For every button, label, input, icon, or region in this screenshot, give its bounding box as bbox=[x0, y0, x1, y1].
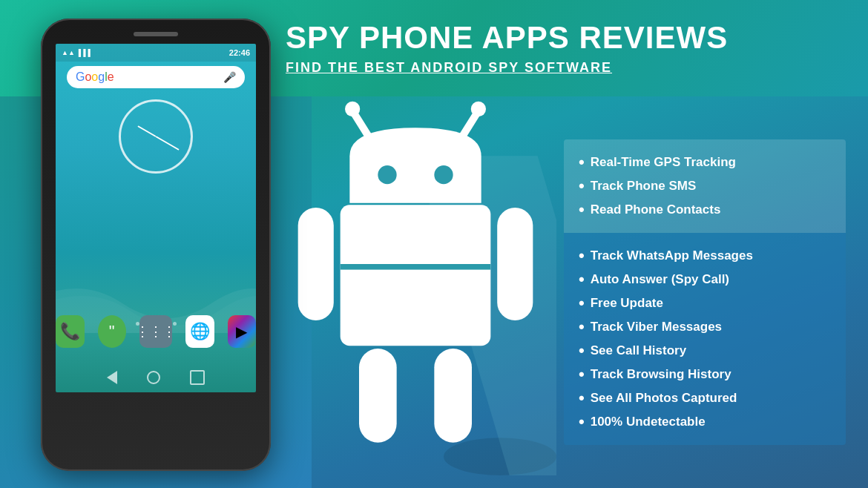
svg-rect-11 bbox=[497, 208, 533, 320]
features-section: • Real-Time GPS Tracking • Track Phone S… bbox=[542, 96, 868, 488]
google-logo: Google bbox=[76, 70, 114, 84]
feature-callhistory-label: See Call History bbox=[591, 343, 686, 358]
status-bar: ▲▲ ▐▐▐ 22:46 bbox=[56, 44, 256, 62]
feature-sms: • Track Phone SMS bbox=[579, 174, 831, 198]
android-robot-svg bbox=[274, 74, 556, 482]
feature-whatsapp: • Track WhatsApp Messages bbox=[579, 244, 831, 268]
status-time: 22:46 bbox=[229, 48, 250, 57]
home-nav-icon bbox=[147, 371, 160, 384]
bullet-whatsapp: • bbox=[579, 248, 585, 264]
svg-rect-12 bbox=[359, 349, 397, 443]
bullet-contacts: • bbox=[579, 202, 585, 218]
svg-rect-10 bbox=[298, 208, 334, 320]
feature-spycall: • Auto Answer (Spy Call) bbox=[579, 268, 831, 291]
bullet-spycall: • bbox=[579, 271, 585, 288]
status-icons: ▲▲ ▐▐▐ bbox=[62, 49, 91, 56]
mic-icon: 🎤 bbox=[223, 71, 236, 83]
phone-section: ▲▲ ▐▐▐ 22:46 Google 🎤 bbox=[15, 7, 297, 482]
bullet-photos: • bbox=[579, 390, 585, 406]
wifi-icon: ▲▲ bbox=[62, 49, 75, 56]
feature-contacts: • Read Phone Contacts bbox=[579, 198, 831, 222]
feature-spycall-label: Auto Answer (Spy Call) bbox=[591, 272, 729, 287]
features-bottom: • Track WhatsApp Messages • Auto Answer … bbox=[564, 233, 846, 445]
svg-rect-13 bbox=[434, 349, 472, 443]
svg-rect-8 bbox=[341, 205, 491, 346]
phone-nav-bar bbox=[56, 370, 256, 385]
recents-nav-icon bbox=[190, 370, 205, 385]
feature-viber: • Track Viber Messages bbox=[579, 315, 831, 339]
clock-widget bbox=[119, 99, 193, 174]
feature-browsing: • Track Browsing History bbox=[579, 363, 831, 386]
feature-update-label: Free Update bbox=[591, 296, 663, 311]
bullet-undetectable: • bbox=[579, 414, 585, 430]
feature-sms-label: Track Phone SMS bbox=[591, 179, 697, 194]
feature-undetectable: • 100% Undetectable bbox=[579, 410, 831, 434]
feature-whatsapp-label: Track WhatsApp Messages bbox=[591, 248, 753, 263]
bullet-sms: • bbox=[579, 178, 585, 194]
messages-app-icon[interactable]: " bbox=[98, 315, 127, 348]
main-title: SPY PHONE APPS REVIEWS bbox=[286, 21, 868, 55]
svg-rect-9 bbox=[341, 264, 491, 270]
svg-point-7 bbox=[434, 165, 453, 184]
camera-app-icon[interactable]: ▶ bbox=[228, 315, 257, 348]
google-search-bar[interactable]: Google 🎤 bbox=[67, 66, 245, 88]
phone-body: ▲▲ ▐▐▐ 22:46 Google 🎤 bbox=[41, 19, 271, 471]
chrome-app-icon[interactable]: 🌐 bbox=[185, 315, 214, 348]
feature-browsing-label: Track Browsing History bbox=[591, 367, 731, 382]
bullet-update: • bbox=[579, 295, 585, 311]
feature-contacts-label: Read Phone Contacts bbox=[591, 202, 721, 217]
phone-speaker bbox=[134, 32, 178, 36]
bullet-callhistory: • bbox=[579, 343, 585, 359]
feature-photos: • See All Photos Captured bbox=[579, 386, 831, 410]
clock-hour-hand bbox=[137, 125, 156, 137]
feature-gps-label: Real-Time GPS Tracking bbox=[591, 155, 736, 170]
phone-app-icon[interactable]: 📞 bbox=[56, 315, 85, 348]
bullet-gps: • bbox=[579, 154, 585, 171]
sub-title: FIND THE BEST ANDROID SPY SOFTWARE bbox=[286, 60, 868, 76]
feature-viber-label: Track Viber Messages bbox=[591, 320, 722, 334]
clock-minute-hand bbox=[156, 136, 180, 151]
feature-gps: • Real-Time GPS Tracking bbox=[579, 151, 831, 174]
bullet-viber: • bbox=[579, 319, 585, 335]
feature-callhistory: • See Call History bbox=[579, 339, 831, 363]
svg-point-5 bbox=[471, 102, 486, 116]
app-dock: 📞 " ⋮⋮⋮ 🌐 ▶ bbox=[56, 315, 256, 348]
apps-grid-icon[interactable]: ⋮⋮⋮ bbox=[139, 315, 172, 348]
back-nav-icon bbox=[107, 371, 117, 384]
svg-point-3 bbox=[345, 102, 360, 116]
signal-icon: ▐▐▐ bbox=[76, 49, 91, 56]
feature-update: • Free Update bbox=[579, 291, 831, 315]
main-container: SPY PHONE APPS REVIEWS FIND THE BEST AND… bbox=[0, 0, 868, 488]
feature-undetectable-label: 100% Undetectable bbox=[591, 415, 706, 429]
svg-point-6 bbox=[378, 165, 396, 184]
android-section bbox=[274, 74, 556, 482]
bullet-browsing: • bbox=[579, 366, 585, 383]
features-top: • Real-Time GPS Tracking • Track Phone S… bbox=[564, 139, 846, 233]
feature-photos-label: See All Photos Captured bbox=[591, 391, 737, 406]
phone-screen: ▲▲ ▐▐▐ 22:46 Google 🎤 bbox=[56, 44, 256, 392]
